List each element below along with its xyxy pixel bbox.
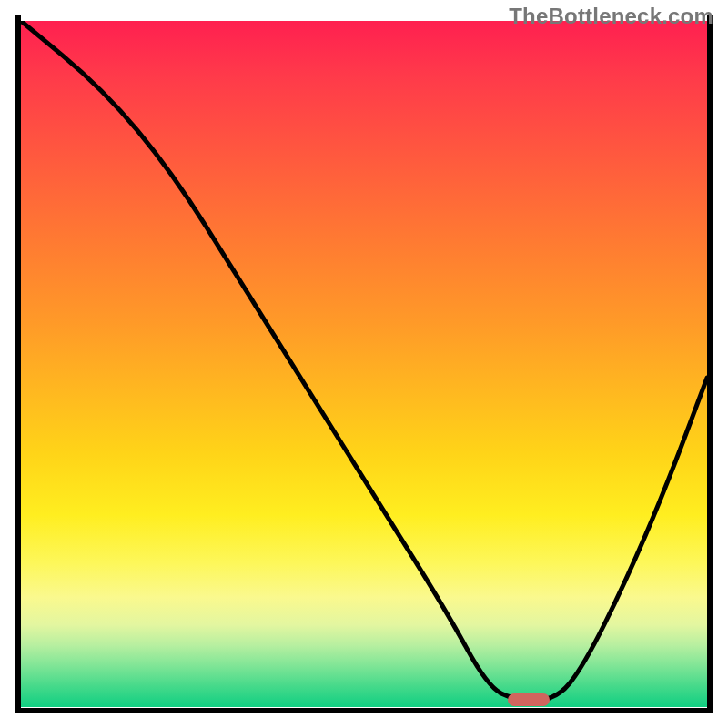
x-axis-line [15,708,713,713]
plot-area [21,21,707,707]
y-axis-line [15,15,21,713]
optimal-marker [508,693,550,706]
bottleneck-curve [21,21,707,707]
chart-container: TheBottleneck.com [0,0,728,728]
y-axis-line-right [707,15,713,713]
watermark-text: TheBottleneck.com [509,4,713,29]
